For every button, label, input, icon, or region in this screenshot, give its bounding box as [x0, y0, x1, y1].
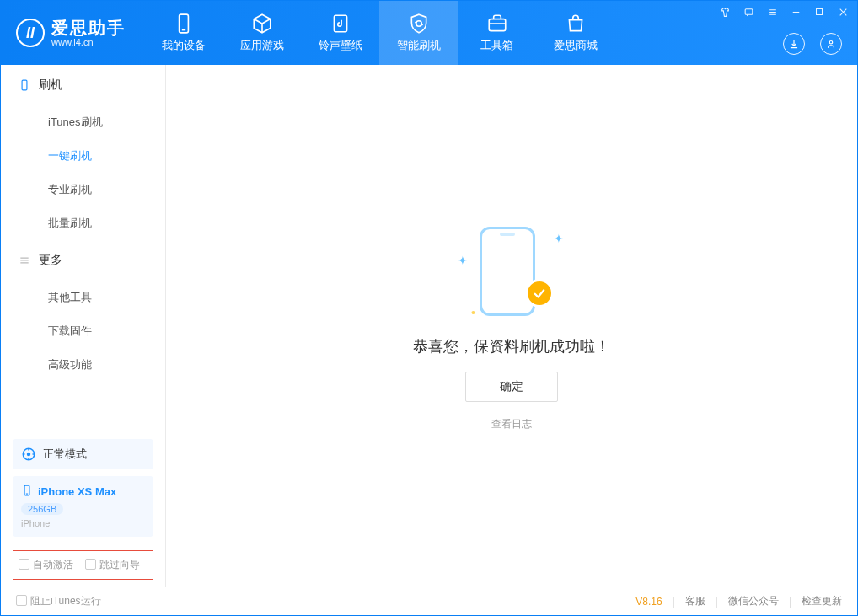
device-info-box[interactable]: iPhone XS Max 256GB iPhone — [13, 476, 153, 537]
svg-point-12 — [27, 453, 31, 457]
music-file-icon — [330, 13, 351, 35]
svg-rect-7 — [817, 9, 823, 15]
auto-activate-checkbox[interactable]: 自动激活 — [19, 558, 73, 572]
title-bar: il 爱思助手 www.i4.cn 我的设备 应用游戏 铃声壁纸 智能刷机 — [1, 1, 857, 65]
sidebar-section-flash: 刷机 — [1, 65, 165, 105]
check-update-link[interactable]: 检查更新 — [802, 594, 842, 608]
sidebar-section-more: 更多 — [1, 240, 165, 281]
status-bar: 阻止iTunes运行 V8.16 | 客服 | 微信公众号 | 检查更新 — [1, 587, 857, 615]
device-name: iPhone XS Max — [38, 485, 116, 498]
sidebar-item-pro-flash[interactable]: 专业刷机 — [1, 173, 165, 206]
tab-toolbox[interactable]: 工具箱 — [458, 1, 536, 65]
mode-label: 正常模式 — [43, 447, 87, 462]
user-account-icon[interactable] — [820, 33, 842, 55]
device-capacity-badge: 256GB — [21, 503, 63, 515]
cube-icon — [251, 13, 273, 35]
tab-store[interactable]: 爱思商城 — [536, 1, 614, 65]
app-window: il 爱思助手 www.i4.cn 我的设备 应用游戏 铃声壁纸 智能刷机 — [0, 0, 858, 616]
section-label: 刷机 — [39, 78, 62, 93]
sidebar-item-download-firmware[interactable]: 下载固件 — [1, 314, 165, 348]
tab-my-device[interactable]: 我的设备 — [144, 1, 223, 65]
svg-point-4 — [829, 41, 833, 45]
version-label: V8.16 — [635, 596, 662, 608]
briefcase-icon — [486, 13, 508, 35]
sidebar-item-oneclick-flash[interactable]: 一键刷机 — [1, 139, 165, 173]
sidebar: 刷机 iTunes刷机 一键刷机 专业刷机 批量刷机 更多 其他工具 下载固件 … — [1, 65, 166, 587]
bag-icon — [565, 13, 587, 35]
support-link[interactable]: 客服 — [685, 594, 705, 608]
app-title: 爱思助手 — [51, 19, 126, 37]
sparkle-icon: • — [471, 306, 475, 319]
shield-refresh-icon — [408, 13, 430, 35]
tab-label: 我的设备 — [162, 38, 206, 53]
block-itunes-checkbox[interactable]: 阻止iTunes运行 — [16, 594, 101, 608]
sidebar-item-batch-flash[interactable]: 批量刷机 — [1, 206, 165, 240]
tab-smart-flash[interactable]: 智能刷机 — [379, 1, 458, 65]
app-logo: il 爱思助手 www.i4.cn — [1, 1, 144, 65]
flash-options-row: 自动激活 跳过向导 — [13, 550, 153, 580]
sidebar-item-other-tools[interactable]: 其他工具 — [1, 281, 165, 314]
success-check-icon — [525, 279, 554, 308]
ok-button[interactable]: 确定 — [465, 372, 558, 402]
body: 刷机 iTunes刷机 一键刷机 专业刷机 批量刷机 更多 其他工具 下载固件 … — [1, 65, 857, 587]
header-actions — [783, 33, 842, 55]
app-subtitle: www.i4.cn — [51, 37, 126, 47]
phone-outline-icon — [480, 227, 535, 316]
device-type: iPhone — [21, 518, 145, 528]
tab-label: 铃声壁纸 — [319, 38, 362, 53]
wechat-link[interactable]: 微信公众号 — [728, 594, 779, 608]
device-mode-box[interactable]: 正常模式 — [13, 439, 153, 469]
tab-label: 爱思商城 — [554, 38, 598, 53]
tab-apps-games[interactable]: 应用游戏 — [223, 1, 301, 65]
svg-rect-5 — [745, 8, 753, 13]
feedback-icon[interactable] — [743, 6, 754, 18]
device-phone-icon — [21, 485, 33, 499]
main-content: ✦ ✦ • 恭喜您，保资料刷机成功啦！ 确定 查看日志 — [166, 65, 857, 587]
sparkle-icon: ✦ — [458, 254, 468, 267]
svg-rect-3 — [489, 19, 506, 31]
download-manager-icon[interactable] — [783, 33, 805, 55]
maximize-icon[interactable] — [813, 6, 825, 18]
skip-guide-checkbox[interactable]: 跳过向导 — [85, 558, 140, 572]
svg-rect-10 — [22, 80, 27, 90]
list-icon — [18, 254, 30, 267]
skin-icon[interactable] — [719, 6, 731, 18]
phone-outline-icon — [18, 79, 30, 92]
tab-ringtone-wallpaper[interactable]: 铃声壁纸 — [301, 1, 379, 65]
success-message: 恭喜您，保资料刷机成功啦！ — [413, 336, 610, 356]
tab-label: 应用游戏 — [240, 38, 284, 53]
close-icon[interactable] — [837, 6, 849, 18]
phone-icon — [173, 13, 195, 35]
main-tabs: 我的设备 应用游戏 铃声壁纸 智能刷机 工具箱 爱思商城 — [144, 1, 614, 65]
sidebar-item-advanced[interactable]: 高级功能 — [1, 348, 165, 382]
minimize-icon[interactable] — [790, 6, 802, 18]
tab-label: 智能刷机 — [397, 38, 441, 53]
menu-icon[interactable] — [766, 6, 778, 18]
window-controls — [719, 6, 849, 18]
sparkle-icon: ✦ — [554, 232, 564, 245]
success-illustration: ✦ ✦ • — [461, 220, 562, 321]
section-label: 更多 — [39, 253, 62, 268]
tab-label: 工具箱 — [480, 38, 513, 53]
svg-rect-2 — [334, 15, 346, 32]
mode-normal-icon — [21, 447, 36, 462]
logo-icon: il — [16, 19, 45, 47]
view-log-link[interactable]: 查看日志 — [491, 417, 532, 431]
sidebar-item-itunes-flash[interactable]: iTunes刷机 — [1, 105, 165, 139]
